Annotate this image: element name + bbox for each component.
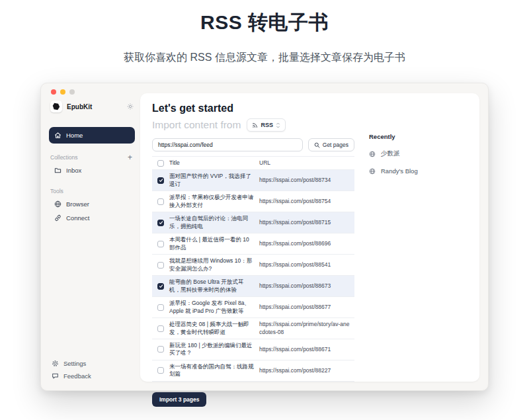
sidebar-item-browser[interactable]: Browser: [49, 197, 134, 211]
row-checkbox[interactable]: [157, 283, 164, 290]
article-table: Title URL 面对国产软件的 VVIP，我选择了退订 https://ss…: [152, 156, 354, 382]
section-label-tools: Tools: [50, 188, 63, 194]
column-header-title: Title: [169, 159, 259, 167]
sidebar-item-label: Feedback: [63, 372, 91, 380]
sidebar-bottom: Settings Feedback: [49, 357, 134, 382]
row-url: https://sspai.com/post/88715: [259, 219, 350, 226]
add-collection-button[interactable]: +: [128, 155, 132, 160]
import-column: Let's get started Import content from RS…: [152, 103, 354, 407]
page-subtitle: 获取你喜欢的 RSS 信息源文章，批量选择文章保存为电子书: [0, 51, 529, 65]
recently-item[interactable]: 少数派: [369, 149, 468, 158]
import-pages-button[interactable]: Import 3 pages: [152, 392, 206, 407]
row-title: 处理器简史 08 | 频率大战一触即发，黄金时代转瞬即逝: [169, 321, 259, 336]
row-checkbox[interactable]: [157, 367, 164, 374]
row-url: https://sspai.com/post/88227: [259, 367, 350, 374]
sidebar-item-feedback[interactable]: Feedback: [49, 370, 134, 382]
sidebar-item-label: Browser: [66, 200, 89, 208]
row-checkbox[interactable]: [157, 304, 164, 311]
table-row[interactable]: 面对国产软件的 VVIP，我选择了退订 https://sspai.com/po…: [152, 170, 354, 191]
row-url: https://sspai.com/post/88754: [259, 198, 350, 205]
row-checkbox[interactable]: [157, 177, 164, 184]
theme-toggle-button[interactable]: [127, 103, 134, 110]
table-row[interactable]: 来一场有准备的国内自驾：线路规划篇 https://sspai.com/post…: [152, 360, 354, 382]
page-title: RSS 转电子书: [0, 9, 529, 36]
row-checkbox[interactable]: [157, 198, 164, 205]
import-from-label: Import content from: [152, 119, 241, 131]
row-checkbox[interactable]: [157, 346, 164, 353]
get-pages-label: Get pages: [323, 142, 348, 148]
chevron-updown-icon: [276, 122, 280, 128]
table-row[interactable]: 派早报：苹果称仅极少开发者申请接入外部支付 https://sspai.com/…: [152, 191, 354, 212]
row-checkbox[interactable]: [157, 325, 164, 332]
app-window: EpubKit Home Collections + Inbox: [40, 83, 489, 391]
row-title: 我就是想继续用 Windows 10：那安全漏洞怎么办?: [169, 257, 259, 273]
feedback-icon: [52, 372, 59, 380]
row-title: 来一场有准备的国内自驾：线路规划篇: [169, 363, 259, 378]
sidebar-item-connect[interactable]: Connect: [49, 211, 134, 225]
sun-icon: [127, 103, 134, 110]
row-url: https://sspai.com/post/88673: [259, 282, 350, 290]
rss-icon: [252, 122, 258, 128]
row-checkbox[interactable]: [157, 262, 164, 269]
check-icon: [159, 220, 163, 225]
sidebar-item-label: Settings: [63, 360, 86, 367]
feed-url-input[interactable]: [152, 138, 303, 151]
folder-icon: [54, 167, 61, 174]
recently-item-label: 少数派: [381, 149, 400, 158]
row-url: https://sspai.com/prime/story/av-anecdot…: [259, 321, 350, 336]
page-header: RSS 转电子书 获取你喜欢的 RSS 信息源文章，批量选择文章保存为电子书: [0, 9, 529, 65]
sidebar: EpubKit Home Collections + Inbox: [41, 83, 140, 390]
row-url: https://sspai.com/post/88671: [259, 346, 350, 353]
recently-heading: Recently: [369, 133, 468, 140]
row-checkbox[interactable]: [157, 241, 164, 247]
gear-icon: [52, 360, 59, 367]
table-row[interactable]: 新玩意 180 | 少数派的编辑们最近买了啥？ https://sspai.co…: [152, 339, 354, 360]
sidebar-item-label: Connect: [66, 214, 89, 222]
table-row[interactable]: 能弯曲的 Bose Ultra 开放式耳机，黑科技带来时尚的体验 https:/…: [152, 276, 354, 297]
page-heading: Let's get started: [152, 103, 354, 114]
article-table-body: 面对国产软件的 VVIP，我选择了退订 https://sspai.com/po…: [152, 170, 354, 381]
app-logo-icon: [50, 101, 62, 112]
globe-icon: [54, 200, 61, 208]
table-header-row: Title URL: [152, 157, 354, 170]
row-url: https://sspai.com/post/88696: [259, 240, 350, 247]
column-header-url: URL: [259, 159, 350, 167]
sidebar-item-inbox[interactable]: Inbox: [49, 163, 134, 177]
get-pages-button[interactable]: Get pages: [308, 138, 354, 151]
row-url: https://sspai.com/post/88677: [259, 304, 350, 311]
row-title: 一场长途自驾后的讨论：油电同乐，拥抱纯电: [169, 215, 259, 230]
sidebar-item-home[interactable]: Home: [49, 127, 135, 144]
row-title: 派早报：苹果称仅极少开发者申请接入外部支付: [169, 194, 259, 209]
search-icon: [314, 142, 320, 148]
source-select[interactable]: RSS: [247, 118, 286, 132]
app-logo-row: EpubKit: [49, 101, 134, 112]
globe-icon: [369, 168, 376, 175]
select-all-checkbox[interactable]: [157, 160, 164, 167]
main-panel: Let's get started Import content from RS…: [140, 93, 479, 382]
table-row[interactable]: 本周看什么 | 最近值得一看的 10 部作品 https://sspai.com…: [152, 233, 354, 255]
recently-item[interactable]: Randy's Blog: [369, 167, 468, 175]
app-name: EpubKit: [67, 103, 122, 110]
link-icon: [54, 214, 61, 222]
table-row[interactable]: 派早报：Google 发布 Pixel 8a、Apple 就 iPad Pro …: [152, 297, 354, 318]
recently-panel: Recently 少数派 Randy's Blog: [369, 133, 468, 175]
sidebar-spacer: [49, 225, 134, 357]
row-url: https://sspai.com/post/88734: [259, 177, 350, 184]
sidebar-item-settings[interactable]: Settings: [49, 357, 134, 370]
check-icon: [159, 284, 163, 288]
collections-section-row: Collections +: [50, 154, 132, 161]
row-title: 能弯曲的 Bose Ultra 开放式耳机，黑科技带来时尚的体验: [169, 278, 259, 294]
sidebar-item-label: Inbox: [66, 167, 81, 174]
row-title: 新玩意 180 | 少数派的编辑们最近买了啥？: [169, 342, 259, 357]
row-checkbox[interactable]: [157, 220, 164, 226]
row-title: 面对国产软件的 VVIP，我选择了退订: [169, 173, 259, 188]
row-title: 本周看什么 | 最近值得一看的 10 部作品: [169, 236, 259, 251]
feed-input-row: Get pages: [152, 138, 354, 151]
table-row[interactable]: 一场长途自驾后的讨论：油电同乐，拥抱纯电 https://sspai.com/p…: [152, 212, 354, 233]
source-select-value: RSS: [261, 122, 273, 128]
sidebar-item-label: Home: [66, 132, 83, 139]
table-row[interactable]: 处理器简史 08 | 频率大战一触即发，黄金时代转瞬即逝 https://ssp…: [152, 318, 354, 339]
table-row[interactable]: 我就是想继续用 Windows 10：那安全漏洞怎么办? https://ssp…: [152, 255, 354, 276]
row-title: 派早报：Google 发布 Pixel 8a、Apple 就 iPad Pro …: [169, 300, 259, 315]
section-label-collections: Collections: [50, 154, 78, 161]
